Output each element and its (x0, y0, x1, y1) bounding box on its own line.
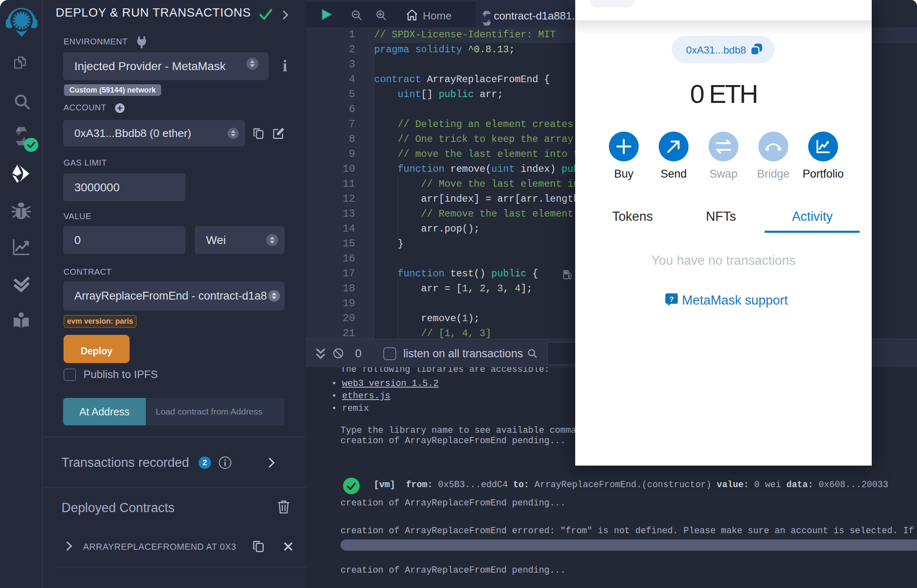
svg-text:?: ? (669, 295, 674, 303)
